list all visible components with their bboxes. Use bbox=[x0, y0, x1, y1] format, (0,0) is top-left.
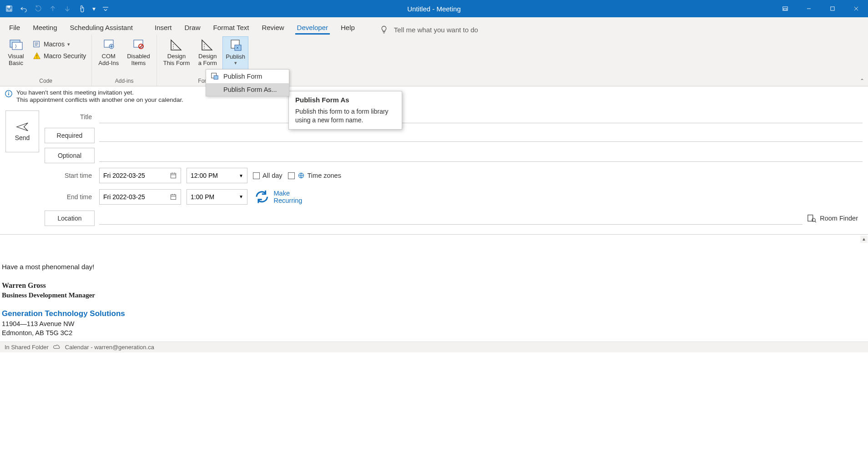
end-time-picker[interactable]: 1:00 PM ▼ bbox=[187, 189, 247, 205]
status-calendar-label: Calendar - warren@generation.ca bbox=[65, 344, 154, 351]
visual-basic-button[interactable]: ⟩ Visual Basic bbox=[4, 36, 28, 78]
save-icon[interactable] bbox=[3, 2, 15, 15]
tell-me-placeholder: Tell me what you want to do bbox=[394, 26, 478, 34]
room-finder-button[interactable]: Room Finder bbox=[807, 214, 863, 223]
start-date-picker[interactable]: Fri 2022-03-25 bbox=[99, 168, 181, 183]
svg-rect-1 bbox=[7, 6, 10, 8]
window-controls bbox=[773, 0, 868, 17]
macros-button[interactable]: Macros ▾ bbox=[31, 39, 88, 49]
body-scrollbar[interactable]: ▲ ▼ bbox=[860, 235, 868, 352]
ribbon-group-code: ⟩ Visual Basic Macros ▾ Macro Security bbox=[0, 35, 92, 86]
optional-button[interactable]: Optional bbox=[45, 148, 95, 163]
end-date-picker[interactable]: Fri 2022-03-25 bbox=[99, 189, 181, 205]
ruler-triangle-icon bbox=[200, 37, 215, 52]
macros-icon bbox=[33, 40, 41, 48]
signature-company: Generation Technology Solutions bbox=[2, 308, 866, 319]
optional-input[interactable] bbox=[99, 149, 863, 162]
collapse-ribbon-icon[interactable]: ⌃ bbox=[860, 78, 864, 84]
com-addins-button[interactable]: COM Add-Ins bbox=[96, 36, 121, 78]
svg-point-14 bbox=[36, 57, 37, 58]
menu-item-publish-form[interactable]: Publish Form bbox=[206, 70, 289, 83]
warning-icon bbox=[33, 52, 41, 60]
tooltip-publish-form-as: Publish Form As Publish this form to a f… bbox=[288, 91, 402, 130]
disabled-items-button[interactable]: Disabled Items bbox=[124, 36, 153, 78]
cloud-icon bbox=[53, 343, 61, 351]
tab-format-text[interactable]: Format Text bbox=[207, 20, 256, 34]
chevron-down-icon: ▼ bbox=[239, 173, 243, 178]
required-input[interactable] bbox=[99, 129, 863, 142]
calendar-icon bbox=[170, 193, 177, 201]
signature-addr2: Edmonton, AB T5G 3C2 bbox=[2, 328, 866, 337]
scroll-up-icon[interactable]: ▲ bbox=[860, 236, 868, 243]
group-label-code: Code bbox=[4, 78, 88, 85]
time-zones-checkbox[interactable]: Time zones bbox=[288, 172, 341, 179]
tab-scheduling-assistant[interactable]: Scheduling Assistant bbox=[64, 20, 139, 34]
publish-form-icon bbox=[211, 72, 219, 80]
tab-developer[interactable]: Developer bbox=[291, 20, 334, 34]
svg-line-38 bbox=[815, 221, 816, 222]
touch-mode-icon[interactable] bbox=[76, 2, 88, 15]
chevron-down-icon: ▼ bbox=[239, 194, 243, 199]
room-finder-icon bbox=[807, 214, 816, 223]
make-recurring-link[interactable]: Make Recurring bbox=[253, 188, 302, 206]
chevron-down-icon: ▾ bbox=[67, 41, 70, 47]
chevron-down-icon: ▾ bbox=[234, 60, 237, 66]
svg-rect-27 bbox=[171, 173, 176, 178]
tab-insert[interactable]: Insert bbox=[148, 20, 178, 34]
minimize-icon[interactable] bbox=[797, 0, 821, 17]
required-button[interactable]: Required bbox=[45, 128, 95, 143]
design-this-form-button[interactable]: Design This Form bbox=[161, 36, 193, 78]
info-line-2: This appointment conflicts with another … bbox=[16, 96, 183, 103]
tab-draw[interactable]: Draw bbox=[178, 20, 207, 34]
macro-security-button[interactable]: Macro Security bbox=[31, 51, 88, 61]
tab-review[interactable]: Review bbox=[255, 20, 290, 34]
ruler-triangle-icon bbox=[169, 37, 184, 52]
qat-customize-icon[interactable] bbox=[99, 2, 112, 15]
tell-me-search[interactable]: Tell me what you want to do bbox=[379, 25, 478, 34]
info-line-1: You haven't sent this meeting invitation… bbox=[16, 89, 183, 96]
undo-icon[interactable] bbox=[17, 2, 30, 15]
info-banner: You haven't sent this meeting invitation… bbox=[0, 86, 868, 106]
arrow-up-icon[interactable] bbox=[46, 2, 59, 15]
publish-icon bbox=[228, 38, 243, 52]
ribbon: ⟩ Visual Basic Macros ▾ Macro Security bbox=[0, 35, 868, 86]
publish-dropdown-menu: Publish Form Publish Form As... bbox=[206, 69, 289, 96]
signature-addr1: 11904—113 Avenue NW bbox=[2, 319, 866, 328]
window-title: Untitled - Meeting bbox=[407, 5, 461, 13]
repeat-icon[interactable] bbox=[32, 2, 45, 15]
lightbulb-icon bbox=[379, 25, 389, 34]
meeting-form: Send Title Required Optional Start time … bbox=[0, 106, 868, 226]
ribbon-display-options-icon[interactable] bbox=[773, 0, 797, 17]
title-label: Title bbox=[45, 113, 95, 121]
tooltip-title: Publish Form As bbox=[295, 96, 395, 104]
close-icon[interactable] bbox=[844, 0, 868, 17]
location-input[interactable] bbox=[99, 212, 802, 225]
svg-rect-32 bbox=[171, 195, 176, 199]
menu-item-publish-form-as[interactable]: Publish Form As... bbox=[206, 83, 289, 96]
arrow-down-icon[interactable] bbox=[61, 2, 74, 15]
title-input[interactable] bbox=[99, 110, 863, 123]
quick-access-toolbar: ▾ bbox=[0, 0, 112, 17]
all-day-checkbox[interactable]: All day bbox=[253, 172, 283, 179]
svg-rect-4 bbox=[784, 8, 787, 10]
tooltip-body: Publish this form to a form library usin… bbox=[295, 107, 395, 125]
title-bar: ▾ Untitled - Meeting bbox=[0, 0, 868, 17]
qat-dropdown-icon[interactable]: ▾ bbox=[90, 2, 97, 15]
tab-help[interactable]: Help bbox=[334, 20, 361, 34]
meeting-body-editor[interactable]: Have a most phenomenal day! Warren Gross… bbox=[0, 234, 868, 352]
ribbon-group-addins: COM Add-Ins Disabled Items Add-ins bbox=[92, 35, 156, 86]
maximize-icon[interactable] bbox=[821, 0, 844, 17]
group-label-addins: Add-ins bbox=[96, 78, 152, 85]
info-icon bbox=[5, 90, 13, 98]
start-time-picker[interactable]: 12:00 PM ▼ bbox=[187, 168, 247, 183]
tab-meeting[interactable]: Meeting bbox=[26, 20, 63, 34]
svg-rect-6 bbox=[831, 7, 834, 10]
send-button[interactable]: Send bbox=[5, 110, 39, 152]
svg-text:⟩: ⟩ bbox=[15, 44, 17, 49]
svg-point-37 bbox=[812, 218, 815, 221]
tab-file[interactable]: File bbox=[3, 20, 26, 34]
location-button[interactable]: Location bbox=[45, 211, 95, 226]
recurring-icon bbox=[253, 188, 271, 206]
signature-role: Business Development Manager bbox=[2, 291, 866, 300]
svg-rect-2 bbox=[7, 9, 11, 11]
